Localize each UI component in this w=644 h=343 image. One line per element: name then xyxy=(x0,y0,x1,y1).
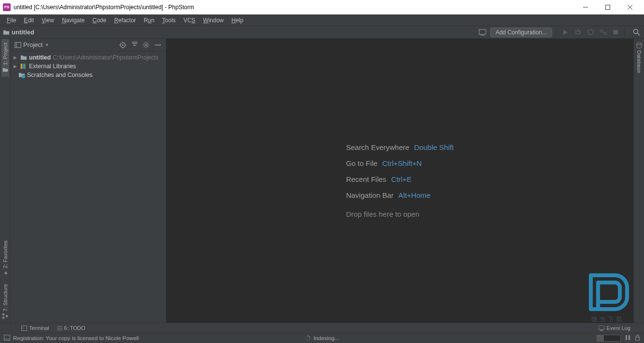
svg-line-13 xyxy=(580,34,581,35)
svg-point-58 xyxy=(307,340,308,341)
svg-rect-64 xyxy=(636,337,640,341)
shortcut-row: Search EverywhereDouble Shift xyxy=(346,143,454,151)
memory-indicator[interactable] xyxy=(597,335,621,342)
gear-icon[interactable] xyxy=(142,41,150,49)
svg-rect-14 xyxy=(600,30,603,32)
libraries-icon xyxy=(20,63,27,70)
phpstorm-app-icon: PS xyxy=(3,3,11,11)
svg-line-12 xyxy=(575,34,576,35)
tool-tab-structure[interactable]: 7: Structure xyxy=(1,280,9,323)
start-listening-icon[interactable] xyxy=(598,28,608,37)
shortcut-row: Navigation BarAlt+Home xyxy=(346,191,454,199)
svg-rect-42 xyxy=(21,64,22,69)
status-progress[interactable]: Indexing... xyxy=(305,335,339,341)
tree-root-name: untitled xyxy=(29,54,51,61)
svg-point-46 xyxy=(637,43,642,45)
tool-windows-toggle-icon[interactable] xyxy=(4,335,10,342)
menu-refactor[interactable]: Refactor xyxy=(110,16,140,25)
tool-tab-terminal[interactable]: Terminal xyxy=(21,325,49,331)
tool-tab-project[interactable]: 1: Project xyxy=(1,39,9,76)
tree-root-path: C:\Users\Administrator\PhpstormProjects xyxy=(53,54,159,61)
svg-point-17 xyxy=(633,30,638,34)
lock-icon[interactable] xyxy=(635,335,640,342)
shortcut-row: Go to FileCtrl+Shift+N xyxy=(346,159,454,167)
drop-files-hint: Drop files here to open xyxy=(346,210,454,218)
run-icon[interactable] xyxy=(560,28,570,37)
tree-external-libraries[interactable]: ▶ External Libraries xyxy=(11,62,166,71)
svg-rect-1 xyxy=(606,5,610,9)
expand-arrow-icon[interactable]: ▶ xyxy=(14,55,18,60)
stop-icon[interactable] xyxy=(611,28,620,37)
right-tool-stripe: Database xyxy=(633,39,644,323)
svg-point-55 xyxy=(309,336,310,337)
menu-edit[interactable]: Edit xyxy=(20,16,38,25)
svg-rect-4 xyxy=(479,30,486,34)
left-tool-stripe: 1: Project ★ 2: Favorites 7: Structure xyxy=(0,39,11,323)
close-button[interactable] xyxy=(619,0,641,15)
hide-panel-icon[interactable] xyxy=(153,41,162,49)
window-controls xyxy=(574,0,641,15)
svg-rect-63 xyxy=(629,335,630,340)
add-configuration-button[interactable]: Add Configuration... xyxy=(490,28,552,37)
svg-rect-62 xyxy=(626,335,627,340)
titlebar: PS untitled [C:\Users\Administrator\Phps… xyxy=(0,0,644,15)
tool-tab-favorites[interactable]: ★ 2: Favorites xyxy=(1,237,9,280)
collapse-all-icon[interactable] xyxy=(130,41,139,49)
debug-icon[interactable] xyxy=(573,28,583,37)
svg-point-25 xyxy=(122,44,124,45)
project-view-icon xyxy=(15,42,21,48)
svg-point-56 xyxy=(309,338,310,339)
pause-icon[interactable] xyxy=(626,335,630,341)
tool-tab-todo[interactable]: 6: TODO xyxy=(57,325,86,331)
spinner-icon xyxy=(305,335,310,341)
menu-file[interactable]: File xyxy=(3,16,20,25)
menu-run[interactable]: Run xyxy=(140,16,158,25)
svg-rect-19 xyxy=(2,313,4,315)
tool-tab-database[interactable]: Database xyxy=(635,39,643,77)
tool-tab-event-log[interactable]: Event Log xyxy=(599,325,630,331)
folder-icon xyxy=(3,29,10,36)
menubar: File Edit View Navigate Code Refactor Ru… xyxy=(0,15,644,26)
svg-point-61 xyxy=(306,336,307,337)
tree-root[interactable]: ▶ untitled C:\Users\Administrator\Phpsto… xyxy=(11,53,166,62)
menu-help[interactable]: Help xyxy=(228,16,248,25)
svg-line-18 xyxy=(637,33,640,36)
status-registration: Registration: Your copy is licensed to N… xyxy=(13,335,139,341)
project-tree[interactable]: ▶ untitled C:\Users\Administrator\Phpsto… xyxy=(11,51,166,81)
run-coverage-icon[interactable] xyxy=(585,28,595,37)
svg-point-57 xyxy=(309,339,310,340)
tree-item-label: External Libraries xyxy=(29,63,76,70)
editor-empty-state[interactable]: Search EverywhereDouble Shift Go to File… xyxy=(166,39,633,323)
project-panel: Project ▼ ▶ untitled C:\Users\Administra… xyxy=(11,39,166,323)
search-icon[interactable] xyxy=(631,28,641,37)
navigation-bar: untitled Add Configuration... xyxy=(0,26,644,39)
chevron-down-icon[interactable]: ▼ xyxy=(44,43,49,47)
tree-scratches[interactable]: Scratches and Consoles xyxy=(11,71,166,79)
menu-view[interactable]: View xyxy=(38,16,58,25)
menu-tools[interactable]: Tools xyxy=(158,16,179,25)
svg-line-40 xyxy=(144,46,145,47)
locate-icon[interactable] xyxy=(118,41,127,49)
menu-navigate[interactable]: Navigate xyxy=(58,16,88,25)
menu-vcs[interactable]: VCS xyxy=(179,16,199,25)
main-area: 1: Project ★ 2: Favorites 7: Structure P… xyxy=(0,39,644,323)
breadcrumb[interactable]: untitled xyxy=(3,29,34,36)
svg-rect-21 xyxy=(6,315,8,317)
exit-presentation-icon[interactable] xyxy=(478,28,487,37)
svg-line-38 xyxy=(147,46,148,47)
project-panel-header: Project ▼ xyxy=(11,39,166,51)
svg-point-60 xyxy=(305,338,306,339)
menu-code[interactable]: Code xyxy=(88,16,110,25)
expand-arrow-icon[interactable]: ▶ xyxy=(14,64,18,69)
status-indexing-text: Indexing... xyxy=(313,335,339,341)
menu-window[interactable]: Window xyxy=(199,16,228,25)
svg-line-8 xyxy=(575,30,576,31)
svg-point-54 xyxy=(307,336,308,337)
svg-point-32 xyxy=(145,44,147,46)
maximize-button[interactable] xyxy=(597,0,619,15)
svg-line-9 xyxy=(580,30,581,31)
minimize-button[interactable] xyxy=(574,0,597,15)
project-panel-title[interactable]: Project xyxy=(23,41,43,48)
svg-rect-52 xyxy=(4,335,10,341)
folder-icon xyxy=(20,54,27,61)
